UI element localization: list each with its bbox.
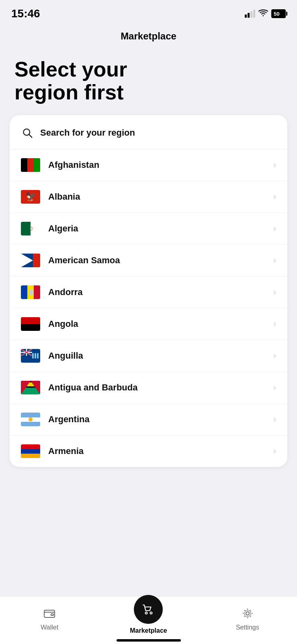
- country-name: Argentina: [48, 414, 273, 425]
- region-card: Search for your region Afghanistan › 🦅 A…: [10, 115, 287, 467]
- wallet-label: Wallet: [41, 624, 58, 631]
- country-item-albania[interactable]: 🦅 Albania ›: [10, 181, 287, 213]
- country-item-armenia[interactable]: Armenia ›: [10, 436, 287, 467]
- svg-point-11: [145, 612, 147, 614]
- flag-american-samoa: [21, 254, 40, 267]
- country-item-argentina[interactable]: Argentina ›: [10, 404, 287, 436]
- country-item-antigua[interactable]: Antigua and Barbuda ›: [10, 372, 287, 404]
- chevron-right-icon: ›: [273, 319, 276, 329]
- status-icons: 50: [245, 9, 286, 19]
- status-time: 15:46: [11, 7, 40, 20]
- chevron-right-icon: ›: [273, 223, 276, 234]
- battery-icon: 50: [271, 9, 286, 18]
- chevron-right-icon: ›: [273, 287, 276, 297]
- country-name: Antigua and Barbuda: [48, 382, 273, 393]
- wallet-icon: [42, 606, 57, 621]
- chevron-right-icon: ›: [273, 382, 276, 393]
- svg-point-0: [263, 15, 264, 16]
- country-name: Albania: [48, 192, 273, 202]
- flag-argentina: [21, 413, 40, 426]
- nav-item-wallet[interactable]: Wallet: [0, 606, 99, 631]
- settings-label: Settings: [236, 624, 259, 631]
- flag-anguilla: [21, 349, 40, 363]
- home-indicator: [117, 639, 181, 642]
- search-bar[interactable]: Search for your region: [10, 115, 287, 149]
- page-title: Marketplace: [121, 31, 176, 41]
- country-list: Afghanistan › 🦅 Albania › ☽ Algeria ›: [10, 149, 287, 467]
- country-name: Armenia: [48, 446, 273, 456]
- hero-bold: region: [14, 80, 78, 104]
- flag-angola: [21, 317, 40, 331]
- flag-albania: 🦅: [21, 190, 40, 204]
- nav-spacer: [0, 467, 297, 515]
- chevron-right-icon: ›: [273, 192, 276, 202]
- country-name: American Samoa: [48, 255, 273, 266]
- chevron-right-icon: ›: [273, 160, 276, 170]
- search-icon: [21, 126, 34, 139]
- svg-point-13: [246, 612, 249, 615]
- hero-h1: Select your region first: [14, 58, 283, 104]
- country-name: Afghanistan: [48, 160, 273, 170]
- search-placeholder-text: Search for your region: [40, 128, 135, 138]
- chevron-right-icon: ›: [273, 414, 276, 425]
- chevron-right-icon: ›: [273, 351, 276, 361]
- country-item-algeria[interactable]: ☽ Algeria ›: [10, 213, 287, 245]
- wifi-icon: [258, 9, 268, 19]
- status-bar: 15:46 50: [0, 0, 297, 24]
- flag-andorra: [21, 285, 40, 299]
- signal-icon: [245, 10, 255, 18]
- country-name: Andorra: [48, 287, 273, 297]
- country-item-anguilla[interactable]: Anguilla ›: [10, 340, 287, 372]
- flag-armenia: [21, 444, 40, 458]
- flag-afghanistan: [21, 158, 40, 172]
- chevron-right-icon: ›: [273, 255, 276, 266]
- chevron-right-icon: ›: [273, 446, 276, 456]
- svg-point-12: [150, 612, 152, 614]
- nav-item-settings[interactable]: Settings: [198, 606, 297, 631]
- country-item-american-samoa[interactable]: American Samoa ›: [10, 245, 287, 277]
- marketplace-center-button[interactable]: [134, 595, 163, 624]
- settings-icon: [240, 606, 255, 621]
- country-name: Algeria: [48, 223, 273, 234]
- country-name: Angola: [48, 319, 273, 329]
- country-name: Anguilla: [48, 351, 273, 361]
- nav-item-marketplace[interactable]: Marketplace: [99, 603, 198, 634]
- svg-rect-10: [51, 614, 53, 615]
- flag-algeria: ☽: [21, 222, 40, 235]
- flag-antigua: [21, 381, 40, 394]
- hero-heading: Select your region first: [0, 45, 297, 112]
- page-title-wrap: Marketplace: [0, 24, 297, 45]
- svg-line-2: [29, 135, 32, 138]
- country-item-andorra[interactable]: Andorra ›: [10, 277, 287, 308]
- country-item-angola[interactable]: Angola ›: [10, 308, 287, 340]
- marketplace-label: Marketplace: [130, 627, 167, 634]
- svg-point-14: [244, 610, 251, 617]
- bottom-nav: Wallet Marketplace Settings: [0, 596, 297, 644]
- country-item-afghanistan[interactable]: Afghanistan ›: [10, 149, 287, 181]
